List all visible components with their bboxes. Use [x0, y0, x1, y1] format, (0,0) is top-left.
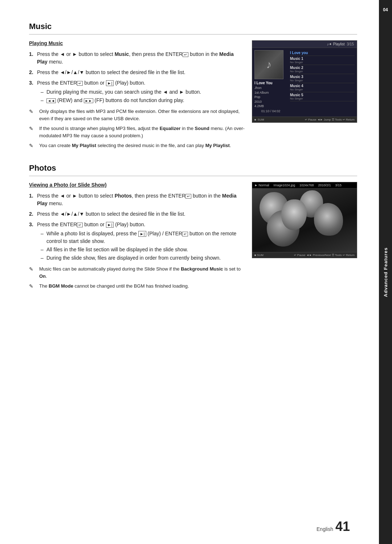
photo-footer-right: ↵ Pause ◄► Previous/Next ☰ Tools ↩ Retur… — [294, 253, 355, 257]
side-tab-label: Advanced Features — [383, 247, 388, 297]
album-art: ♪ — [254, 50, 283, 79]
now-playing-size: 4.2MB — [254, 104, 287, 109]
photos-steps-list: 1. Press the ◄ or ► button to select Pho… — [29, 192, 245, 263]
music-ui-body: ♪ I Love You Jhon 1st Album Pop 2010 4.2… — [252, 48, 357, 117]
photos-note-2: ✎ The BGM Mode cannot be changed until t… — [29, 283, 245, 290]
photo-header-filename: Image1024.jpg — [273, 183, 295, 187]
music-content-layout: Playing Music 1. Press the ◄ or ► button… — [29, 40, 357, 153]
playlist-item-3: Music 3 No Singer — [290, 74, 355, 83]
now-playing-genre: Pop — [254, 95, 287, 100]
photos-step-3: 3. Press the ENTER↵ button or ►| (Play) … — [29, 221, 245, 263]
viewing-photo-subtitle: Viewing a Photo (or Slide Show) — [29, 182, 245, 188]
music-step-3-subitems: – During playing the music, you can sear… — [37, 88, 245, 104]
photos-title: Photos — [29, 163, 357, 176]
now-playing-time: 01:10 / 04:02 — [254, 109, 287, 114]
music-title: Music — [29, 22, 357, 34]
photos-sub-item-1: – While a photo list is displayed, press… — [37, 230, 245, 245]
sum-icon-photo: ■ — [254, 253, 256, 257]
music-sub-item-1: – During playing the music, you can sear… — [37, 88, 245, 96]
now-playing-album: 1st Album — [254, 90, 287, 95]
photo-ui-body — [252, 188, 357, 252]
sum-label: SUM — [258, 118, 264, 121]
note-pencil-icon-4: ✎ — [29, 265, 38, 280]
photo-header-count: 3/15 — [335, 183, 342, 187]
photo-header-date: 2010/2/1 — [318, 183, 331, 187]
page-container: Music Playing Music 1. Press the ◄ or ► … — [0, 0, 392, 544]
music-ui-playlist: I Love you Music 1 No Singer Music 2 No … — [290, 50, 355, 114]
photo-screenshot-column: ► Normal Image1024.jpg 1024x768 2010/2/1… — [252, 182, 357, 258]
playlist-item-5: Music 5 No Singer — [290, 92, 355, 101]
photo-footer-left: ■ SUM — [254, 253, 264, 257]
music-ui-left: ♪ I Love You Jhon 1st Album Pop 2010 4.2… — [254, 50, 287, 114]
page-footer-text: English — [317, 526, 333, 532]
music-note-display-icon: ♪ — [266, 58, 272, 71]
photo-ui-header: ► Normal Image1024.jpg 1024x768 2010/2/1… — [252, 182, 357, 188]
music-text-column: Playing Music 1. Press the ◄ or ► button… — [29, 40, 245, 153]
photos-step-1: 1. Press the ◄ or ► button to select Pho… — [29, 192, 245, 207]
music-screenshot-column: ♪✦ Playlist 3/15 ♪ I Love Y — [252, 40, 357, 123]
photo-ui-footer: ■ SUM ↵ Pause ◄► Previous/Next ☰ Tools ↩… — [252, 252, 357, 258]
now-playing-title: I Love You — [254, 81, 287, 86]
photos-note-1: ✎ Music files can be automatically playe… — [29, 265, 245, 280]
sum-icon: ■ — [254, 118, 256, 121]
music-ui-screenshot: ♪✦ Playlist 3/15 ♪ I Love Y — [252, 40, 357, 123]
photos-section: Photos Viewing a Photo (or Slide Show) 1… — [29, 163, 357, 293]
note-pencil-icon-2: ✎ — [29, 125, 38, 139]
photo-header-mode: ► Normal — [254, 183, 269, 187]
main-content: Music Playing Music 1. Press the ◄ or ► … — [0, 0, 379, 544]
music-note-3: ✎ You can create My Playlist selecting t… — [29, 142, 245, 150]
photos-content-layout: Viewing a Photo (or Slide Show) 1. Press… — [29, 182, 357, 293]
playlist-label-text: Playlist — [333, 42, 345, 46]
note-pencil-icon-5: ✎ — [29, 283, 38, 290]
music-steps-list: 1. Press the ◄ or ► button to select Mus… — [29, 50, 245, 105]
music-ui-header: ♪✦ Playlist 3/15 — [252, 41, 357, 48]
chapter-number: 04 — [379, 7, 392, 12]
photo-circle-2 — [267, 210, 299, 247]
music-sub-item-2: – ◄◄ (REW) and ►► (FF) buttons do not fu… — [37, 97, 245, 104]
page-number: 41 — [335, 520, 350, 533]
music-footer-right: ↵ Pause ◄► Jump ☰ Tools ↩ Return — [305, 118, 355, 121]
playlist-item-4: Music 4 No Singer — [290, 83, 355, 92]
playlist-count: 3/15 — [347, 42, 354, 46]
music-step-1: 1. Press the ◄ or ► button to select Mus… — [29, 50, 245, 66]
photo-ui-screenshot: ► Normal Image1024.jpg 1024x768 2010/2/1… — [252, 182, 357, 258]
photos-text-column: Viewing a Photo (or Slide Show) 1. Press… — [29, 182, 245, 293]
photos-sub-item-3: – During the slide show, files are displ… — [37, 254, 245, 262]
photos-sub-item-2: – All files in the file list section wil… — [37, 246, 245, 253]
music-note-1: ✎ Only displays the files with MP3 and P… — [29, 108, 245, 122]
now-playing-artist: Jhon — [254, 86, 287, 90]
music-step-3: 3. Press the ENTER↵ button or ►| (Play) … — [29, 79, 245, 105]
music-note-2: ✎ If the sound is strange when playing M… — [29, 125, 245, 139]
photo-circle-3 — [314, 203, 343, 236]
now-playing-year: 2010 — [254, 100, 287, 104]
photo-header-resolution: 1024x768 — [299, 183, 314, 187]
music-section: Music Playing Music 1. Press the ◄ or ► … — [29, 22, 357, 153]
side-tab: 04 Advanced Features — [379, 0, 392, 544]
photos-step-3-subitems: – While a photo list is displayed, press… — [37, 230, 245, 262]
music-step-2: 2. Press the ◄/►/▲/▼ button to select th… — [29, 69, 245, 76]
music-info: I Love You Jhon 1st Album Pop 2010 4.2MB — [254, 81, 287, 109]
playlist-item-2: Music 2 No Singer — [290, 65, 355, 74]
photos-step-2: 2. Press the ◄/►/▲/▼ button to select th… — [29, 210, 245, 218]
playlist-music-icon: ♪✦ — [327, 42, 332, 46]
music-ui-footer: ■ SUM ↵ Pause ◄► Jump ☰ Tools ↩ Return — [252, 117, 357, 122]
playlist-item-1: Music 1 No Singer — [290, 56, 355, 65]
note-pencil-icon-3: ✎ — [29, 142, 38, 150]
music-footer-left: ■ SUM — [254, 118, 264, 121]
playing-music-subtitle: Playing Music — [29, 40, 245, 46]
playlist-item-0: I Love you — [290, 50, 355, 56]
page-footer: English 41 — [317, 520, 350, 533]
note-pencil-icon-1: ✎ — [29, 108, 38, 122]
